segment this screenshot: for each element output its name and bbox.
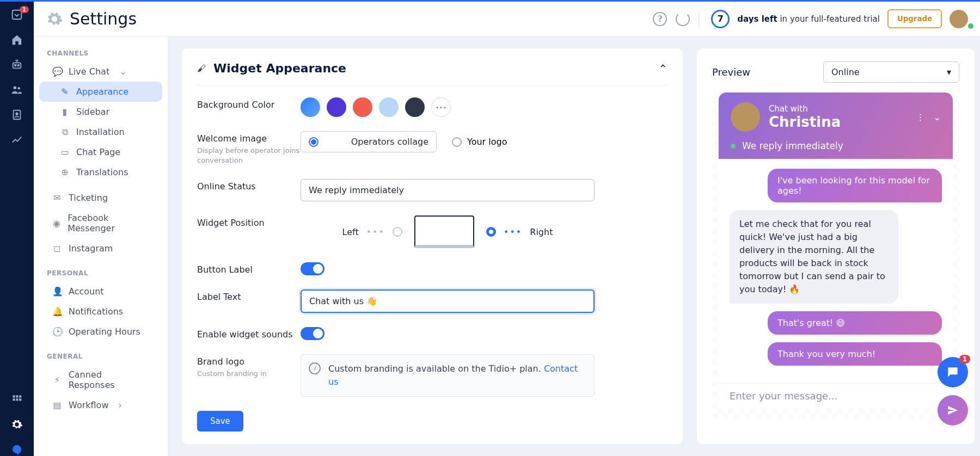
settings-icon[interactable] [10,418,23,431]
topbar: Settings ? 7 days left in your full-feat… [34,2,980,36]
apps-icon[interactable] [10,393,23,406]
bg-color-label: Background Color [197,100,301,110]
laptop-icon: ▭ [60,147,70,157]
monitor-graphic [414,215,474,248]
msg-operator-1: Let me check that for you real quick! We… [730,210,898,304]
radio-your-logo[interactable]: Your logo [452,137,507,147]
svg-rect-12 [16,398,18,400]
sidebar-item-workflow[interactable]: ▤Workflow› [39,395,162,415]
page-title: Settings [70,9,137,28]
sidebar-item-sidebar[interactable]: ▮Sidebar [39,102,162,122]
brand-help: Custom branding in [197,369,301,379]
minimize-icon[interactable]: ⌄ [934,112,941,122]
welcome-help: Display before operator joins conversati… [197,146,301,165]
preview-status-select[interactable]: Online▾ [823,61,959,83]
settings-sidebar: CHANNELS 💬Live Chat⌄ ✎Appearance ▮Sideba… [34,36,168,456]
bell-icon: 🔔 [52,306,62,317]
operator-name: Christina [769,114,841,130]
branding-info: i Custom branding is available on the Ti… [301,354,595,397]
upgrade-button[interactable]: Upgrade [887,9,942,28]
brand-label: Brand logo [197,356,301,367]
pos-right-label: Right [530,227,553,237]
chat-input-placeholder[interactable]: Enter your message... [730,390,837,402]
pos-left-label: Left [342,227,359,237]
online-status-label: Online Status [197,181,301,192]
swatch-indigo[interactable] [327,97,346,117]
sidebar-item-account[interactable]: 👤Account [39,281,162,301]
loading-icon[interactable] [676,12,690,26]
svg-point-4 [14,87,16,90]
swatch-dark[interactable] [405,97,425,117]
radio-operators-collage[interactable]: Operators collage [301,131,437,152]
svg-rect-10 [19,396,21,398]
sounds-toggle[interactable] [301,327,324,340]
inbox-badge: 1 [20,6,29,13]
bookmark-icon: ▮ [60,107,70,117]
floating-chat-button[interactable]: 1 [938,357,968,387]
bolt-icon: ⚡ [52,375,62,385]
brand-icon[interactable] [10,443,23,456]
person-icon: 👤 [52,286,62,297]
nav-rail: 1 [0,2,34,456]
mail-icon: ✉ [52,193,62,203]
svg-rect-9 [16,396,18,398]
bot-icon[interactable] [10,58,23,71]
pos-left-radio[interactable] [393,227,402,237]
sidebar-item-translations[interactable]: ⊕Translations [39,162,162,182]
button-label-toggle[interactable] [301,262,324,275]
section-channels: CHANNELS [34,50,168,57]
swatch-blue[interactable] [301,97,320,117]
trial-days: 7 [711,10,730,28]
sidebar-item-instagram[interactable]: ◻Instagram [39,238,162,258]
instagram-icon: ◻ [52,243,62,254]
dots-left: ••• [366,227,385,237]
info-icon: i [309,362,321,374]
section-personal: PERSONAL [34,269,168,277]
kebab-icon[interactable]: ⋮ [916,112,925,122]
sidebar-item-facebook[interactable]: ◉Facebook Messenger [39,208,162,238]
msg-user-3: Thank you very much! [768,342,942,366]
svg-point-7 [16,113,18,115]
sidebar-item-ticketing[interactable]: ✉Ticketing [39,188,162,208]
swatch-more[interactable]: ⋯ [431,97,451,117]
sidebar-item-live-chat[interactable]: 💬Live Chat⌄ [39,61,162,82]
link-icon: ⧉ [60,127,70,137]
sidebar-item-canned[interactable]: ⚡Canned Responses [39,365,162,395]
swatch-red[interactable] [353,97,372,117]
chevron-right-icon: › [118,400,121,410]
pos-right-radio[interactable] [486,227,496,237]
analytics-icon[interactable] [10,133,23,146]
position-label: Widget Position [197,218,301,228]
inbox-icon[interactable]: 1 [10,8,23,21]
swatch-light[interactable] [379,97,399,117]
status-text: We reply immediately [742,140,843,151]
panel-title: Widget Appearance [213,61,346,75]
chat-widget: Chat with Christina ⋮ ⌄ We reply immedia… [719,93,953,408]
chat-with-label: Chat with [769,104,841,114]
label-text-input[interactable] [301,289,595,313]
sidebar-item-appearance[interactable]: ✎Appearance [39,82,162,102]
sidebar-item-notifications[interactable]: 🔔Notifications [39,301,162,322]
globe-icon: ⊕ [60,167,70,177]
gear-icon [46,10,63,28]
button-label-label: Button Label [197,264,301,275]
status-dot [731,144,736,149]
svg-rect-11 [13,398,15,400]
home-icon[interactable] [10,33,23,46]
online-status-input[interactable] [301,179,595,201]
dots-right: ••• [504,227,522,237]
chevron-down-icon: ▾ [947,67,951,77]
floating-send-button[interactable] [938,395,968,426]
sidebar-item-installation[interactable]: ⧉Installation [39,122,162,142]
help-icon[interactable]: ? [653,12,667,26]
collapse-icon[interactable]: ⌃ [658,62,667,75]
svg-rect-13 [19,398,21,400]
user-avatar[interactable] [950,10,968,28]
people-icon[interactable] [10,83,23,96]
preview-label: Preview [712,66,750,78]
sidebar-item-chat-page[interactable]: ▭Chat Page [39,142,162,162]
contacts-icon[interactable] [10,108,23,121]
sidebar-item-operating-hours[interactable]: 🕑Operating Hours [39,322,162,342]
msg-user-1: I've been looking for this model for age… [768,169,942,202]
save-button[interactable]: Save [197,411,243,432]
